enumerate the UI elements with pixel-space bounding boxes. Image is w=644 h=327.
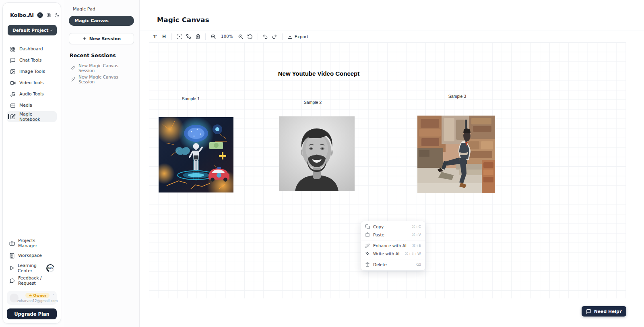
context-menu-item-copy[interactable]: Copy ⌘+C: [361, 223, 425, 231]
project-selector[interactable]: Default Project: [8, 25, 57, 35]
moon-icon[interactable]: [54, 13, 59, 18]
session-list-item[interactable]: New Magic Canvas Session: [69, 74, 134, 85]
briefcase-icon: [9, 240, 15, 246]
chat-icon: [10, 58, 16, 63]
zoom-in-button[interactable]: [208, 32, 218, 41]
sample-label[interactable]: Sample 1: [182, 96, 200, 101]
pencil-icon: [70, 77, 75, 82]
ai-head-icon: [37, 12, 43, 19]
canvas-image-ruins[interactable]: [417, 116, 495, 193]
logo-text: Kolbo.AI: [10, 12, 34, 18]
new-session-label: New Session: [89, 36, 121, 41]
context-menu-divider: [361, 240, 425, 240]
learning-progress-value: 66%: [47, 265, 54, 271]
undo-icon: [262, 34, 268, 39]
sample-label[interactable]: Sample 3: [448, 94, 466, 99]
new-session-button[interactable]: New Session: [69, 33, 134, 44]
sidebar-item-dashboard[interactable]: Dashboard: [7, 43, 57, 54]
sidebar-item-projects-manager[interactable]: Projects Manager: [7, 237, 57, 249]
toolbar-divider: [205, 33, 206, 40]
sample-label[interactable]: Sample 2: [304, 100, 322, 105]
context-menu-item-paste[interactable]: Paste ⌘+V: [361, 231, 425, 239]
zoom-in-icon: [211, 34, 216, 39]
sidebar-nav: Dashboard Chat Tools Image Tools Video T…: [7, 43, 57, 122]
sidebar-item-feedback-request[interactable]: Feedback / Request: [7, 274, 57, 287]
rotate-icon: [247, 34, 253, 39]
main-area: Magic Canvas T H 100%: [140, 0, 644, 327]
toolbar-divider: [171, 33, 172, 40]
sidebar-item-label: Projects Manager: [18, 238, 54, 248]
role-badge: Owner: [25, 293, 50, 298]
copy-icon: [365, 224, 370, 229]
zoom-out-button[interactable]: [236, 32, 246, 41]
globe-icon[interactable]: [46, 12, 52, 18]
undo-button[interactable]: [261, 32, 270, 41]
shortcut-label: ⌘+V: [412, 233, 421, 237]
board-title[interactable]: New Youtube Video Concept: [278, 70, 360, 77]
sidebar-item-audio-tools[interactable]: Audio Tools: [7, 89, 57, 99]
shortcut-label: ⌘+⇧+W: [405, 252, 421, 256]
upgrade-plan-button[interactable]: Upgrade Plan: [7, 308, 57, 319]
redo-button[interactable]: [270, 32, 279, 41]
context-menu-label: Copy: [373, 224, 384, 229]
session-panel: Magic Pad Magic Canvas New Session Recen…: [64, 0, 140, 327]
workflow-button[interactable]: [184, 32, 193, 41]
sidebar-item-chat-tools[interactable]: Chat Tools: [7, 55, 57, 66]
sidebar-item-image-tools[interactable]: Image Tools: [7, 66, 57, 77]
context-menu-label: Write with AI: [373, 251, 400, 256]
sidebar-item-media[interactable]: Media: [7, 100, 57, 111]
workflow-icon: [186, 34, 191, 39]
clipboard-icon: [365, 232, 370, 237]
export-label: Export: [295, 34, 308, 39]
sidebar-item-learning-center[interactable]: Learning Center 66%: [7, 262, 57, 274]
session-label: New Magic Canvas Session: [78, 63, 132, 73]
need-help-button[interactable]: Need Help?: [582, 306, 626, 317]
canvas-image-robot[interactable]: [159, 117, 233, 192]
text-tool-glyph: T: [153, 33, 157, 40]
session-list-item[interactable]: New Magic Canvas Session: [69, 62, 134, 74]
tab-magic-canvas[interactable]: Magic Canvas: [69, 16, 134, 26]
context-menu-item-write-with-ai[interactable]: Write with AI ⌘+⇧+W: [361, 250, 425, 258]
ai-select-frame-icon: [177, 34, 182, 39]
canvas[interactable]: New Youtube Video Concept Sample 1 Sampl…: [149, 42, 626, 298]
delete-tool-button[interactable]: [193, 32, 202, 41]
project-selector-label: Default Project: [12, 28, 48, 33]
export-button[interactable]: Export: [285, 32, 310, 41]
context-menu-item-delete[interactable]: Delete ⌫: [361, 261, 425, 269]
canvas-image-portrait[interactable]: [279, 116, 355, 191]
text-tool-button[interactable]: T: [150, 32, 159, 41]
sidebar-item-label: Image Tools: [19, 69, 45, 74]
context-menu-label: Enhance with AI: [373, 243, 407, 248]
toolbar-divider: [258, 33, 258, 40]
toolbar-divider: [282, 33, 283, 40]
zoom-out-icon: [238, 34, 244, 39]
shortcut-label: ⌘+E: [412, 244, 421, 248]
building-icon: [9, 253, 15, 259]
canvas-toolbar: T H 100% Export: [140, 31, 644, 42]
user-info: Owner zoharvan12@gmail.com: [21, 293, 54, 303]
sidebar-item-label: Learning Center: [18, 263, 41, 273]
context-menu-item-enhance-with-ai[interactable]: Enhance with AI ⌘+E: [361, 242, 425, 250]
user-card[interactable]: Owner zoharvan12@gmail.com ⌃: [7, 291, 57, 305]
reset-view-button[interactable]: [246, 32, 255, 41]
download-icon: [287, 34, 293, 39]
dashboard-icon: [10, 46, 16, 52]
folder-icon: [10, 103, 16, 108]
music-note-icon: [10, 91, 16, 97]
sidebar-item-label: Chat Tools: [19, 58, 41, 63]
tab-magic-pad[interactable]: Magic Pad: [69, 4, 134, 14]
sidebar-item-workspace[interactable]: Workspace: [7, 249, 57, 262]
need-help-label: Need Help?: [594, 309, 622, 314]
redo-icon: [272, 34, 277, 39]
sidebar-item-magic-notebook[interactable]: Magic Notebook: [7, 111, 57, 122]
sparkles-icon: [365, 251, 370, 256]
sidebar-item-label: Feedback / Request: [18, 275, 54, 286]
heading-tool-button[interactable]: H: [159, 32, 169, 41]
context-menu-label: Delete: [373, 262, 387, 267]
video-icon: [10, 80, 16, 86]
sidebar-item-label: Media: [19, 103, 32, 108]
shortcut-label: ⌘+C: [412, 225, 421, 229]
ai-select-button[interactable]: [175, 32, 184, 41]
active-indicator: [8, 114, 9, 119]
sidebar-item-video-tools[interactable]: Video Tools: [7, 77, 57, 88]
